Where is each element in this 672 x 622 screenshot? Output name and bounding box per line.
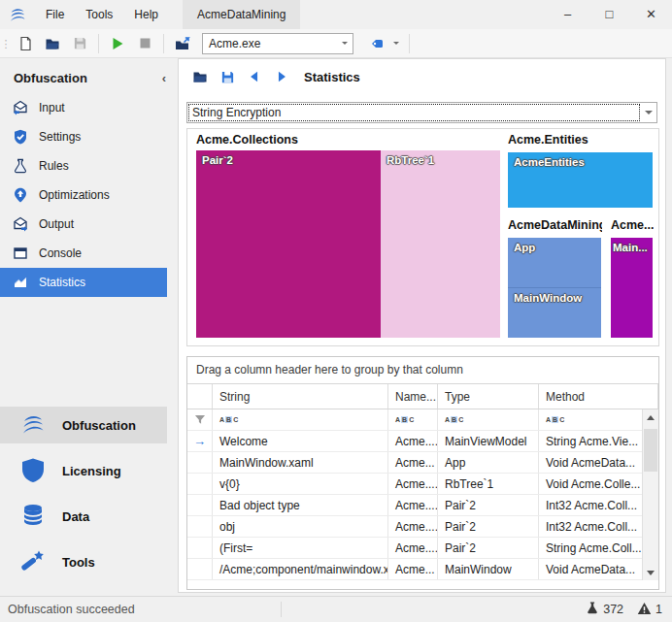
nav-item-data[interactable]: Data xyxy=(0,498,167,535)
nav-item-obfuscation[interactable]: Obfuscation xyxy=(0,407,167,443)
new-project-button[interactable] xyxy=(12,31,39,56)
cell-name[interactable]: Acme... xyxy=(388,559,438,579)
sidebar-item-input[interactable]: Input xyxy=(0,93,167,122)
menu-file[interactable]: File xyxy=(35,0,75,29)
filter-cell-type[interactable]: ABC xyxy=(438,409,539,430)
open-statistics-button[interactable] xyxy=(186,64,214,89)
sidebar-item-rules[interactable]: Rules xyxy=(0,151,167,180)
document-tab[interactable]: AcmeDataMining xyxy=(183,0,300,29)
toolbar-grip-handle[interactable]: ⋮ xyxy=(0,39,12,49)
sidebar-item-statistics[interactable]: Statistics xyxy=(0,268,167,297)
table-row[interactable]: → Welcome Acme.... MainViewModel String … xyxy=(187,431,658,452)
cell-method[interactable]: String Acme.Vie... xyxy=(539,431,658,451)
stop-icon xyxy=(139,37,151,49)
chevron-down-icon[interactable] xyxy=(641,103,656,122)
cell-name[interactable]: Acme.... xyxy=(388,474,438,494)
statistics-toolbar: Statistics xyxy=(179,59,665,94)
tag-button[interactable] xyxy=(361,31,388,56)
cell-name[interactable]: Acme... xyxy=(388,452,438,473)
cell-type[interactable]: MainViewModel xyxy=(438,431,539,451)
cell-method[interactable]: String Acme.Coll... xyxy=(539,538,658,558)
treemap-cell-pair2[interactable]: Pair`2 xyxy=(196,150,381,338)
tag-dropdown-arrow[interactable] xyxy=(388,29,404,57)
cell-method[interactable]: Void AcmeData... xyxy=(539,452,658,473)
cell-name[interactable]: Acme.... xyxy=(388,431,438,451)
cell-method[interactable]: Int32 Acme.Coll... xyxy=(539,495,658,515)
cell-string[interactable]: Welcome xyxy=(213,431,388,451)
menu-help[interactable]: Help xyxy=(123,0,169,29)
filter-cell-name[interactable]: ABC xyxy=(388,409,438,430)
sidebar-item-output[interactable]: Output xyxy=(0,210,167,239)
chevron-down-icon[interactable] xyxy=(337,34,353,53)
treemap-cell-main[interactable]: Main... xyxy=(611,238,653,338)
magic-wand-icon xyxy=(19,547,47,577)
sidebar-item-optimizations[interactable]: Optimizations xyxy=(0,180,167,210)
table-row[interactable]: (First= Acme.... Pair`2 String Acme.Coll… xyxy=(187,538,658,559)
treemap-cell-acmeentities[interactable]: AcmeEntities xyxy=(508,152,653,208)
stop-button[interactable] xyxy=(131,31,158,56)
cell-method[interactable]: Int32 Acme.Coll... xyxy=(539,516,658,537)
run-obfuscation-button[interactable] xyxy=(104,31,131,56)
treemap-cell-rbtree1[interactable]: RbTree`1 xyxy=(381,150,500,338)
row-indicator xyxy=(187,516,213,537)
cell-string[interactable]: v{0} xyxy=(213,474,388,494)
table-row[interactable]: obj Acme.... Pair`2 Int32 Acme.Coll... xyxy=(187,516,658,538)
treemap-cell-app[interactable]: App xyxy=(508,238,601,287)
cell-method[interactable]: Void Acme.Colle... xyxy=(539,474,658,494)
close-button[interactable]: ✕ xyxy=(630,0,672,29)
open-project-button[interactable] xyxy=(39,31,66,56)
vertical-scrollbar[interactable] xyxy=(642,409,658,580)
cell-type[interactable]: App xyxy=(438,452,539,473)
table-row[interactable]: /Acme;component/mainwindow.x... Acme... … xyxy=(187,559,658,580)
nav-item-licensing[interactable]: Licensing xyxy=(0,452,167,489)
filter-cell-string[interactable]: ABC xyxy=(213,409,388,430)
cell-type[interactable]: Pair`2 xyxy=(438,495,539,515)
column-header-string[interactable]: String xyxy=(213,384,388,409)
minimize-button[interactable]: – xyxy=(547,0,588,29)
cell-name[interactable]: Acme.... xyxy=(388,516,438,537)
table-row[interactable]: v{0} Acme.... RbTree`1 Void Acme.Colle..… xyxy=(187,474,658,495)
treemap-panel: Acme.Collections Pair`2 RbTree`1 Acme.En… xyxy=(186,128,659,346)
navigate-forward-button[interactable] xyxy=(268,64,295,89)
scroll-up-button[interactable] xyxy=(643,409,658,425)
treemap-cell-mainwindow[interactable]: MainWindow xyxy=(508,287,601,338)
cell-string[interactable]: MainWindow.xaml xyxy=(213,452,388,473)
open-assembly-button[interactable] xyxy=(169,31,196,56)
cell-type[interactable]: RbTree`1 xyxy=(438,474,539,494)
table-row[interactable]: MainWindow.xaml Acme... App Void AcmeDat… xyxy=(187,452,658,474)
navigate-back-button[interactable] xyxy=(241,64,268,89)
save-statistics-button[interactable] xyxy=(214,64,241,89)
column-header-name[interactable]: Name... xyxy=(388,384,438,409)
filter-funnel-icon xyxy=(187,409,213,430)
assembly-combo[interactable]: Acme.exe xyxy=(202,33,353,54)
statistic-type-combo[interactable]: String Encryption xyxy=(186,102,657,123)
window-controls: – □ ✕ xyxy=(547,0,672,29)
cell-name[interactable]: Acme.... xyxy=(388,538,438,558)
table-row[interactable]: Bad object type Acme.... Pair`2 Int32 Ac… xyxy=(187,495,658,516)
filter-cell-method[interactable]: ABC xyxy=(539,409,658,430)
cell-method[interactable]: Void AcmeData... xyxy=(539,559,658,579)
menu-tools[interactable]: Tools xyxy=(75,0,123,29)
save-project-button[interactable] xyxy=(66,31,93,56)
column-header-type[interactable]: Type xyxy=(438,384,539,409)
cell-type[interactable]: MainWindow xyxy=(438,559,539,579)
cell-string[interactable]: (First= xyxy=(213,538,388,558)
cell-string[interactable]: Bad object type xyxy=(213,495,388,515)
sidebar-item-label: Output xyxy=(39,217,74,231)
scroll-down-button[interactable] xyxy=(643,565,658,580)
maximize-button[interactable]: □ xyxy=(588,0,630,29)
cell-type[interactable]: Pair`2 xyxy=(438,538,539,558)
input-icon xyxy=(13,100,29,115)
column-header-method[interactable]: Method xyxy=(539,384,658,409)
group-by-hint[interactable]: Drag a column header here to group by th… xyxy=(187,357,658,384)
cell-type[interactable]: Pair`2 xyxy=(438,516,539,537)
sidebar-item-settings[interactable]: Settings xyxy=(0,122,167,151)
statusbar: Obfuscation succeeded 372 1 xyxy=(0,596,672,622)
nav-item-tools[interactable]: Tools xyxy=(0,543,167,580)
cell-string[interactable]: obj xyxy=(213,516,388,537)
sidebar-item-console[interactable]: Console xyxy=(0,239,167,268)
cell-string[interactable]: /Acme;component/mainwindow.x... xyxy=(213,559,388,579)
cell-name[interactable]: Acme.... xyxy=(388,495,438,515)
scrollbar-thumb[interactable] xyxy=(644,429,657,472)
collapse-sidebar-icon[interactable]: ‹ xyxy=(162,71,166,85)
